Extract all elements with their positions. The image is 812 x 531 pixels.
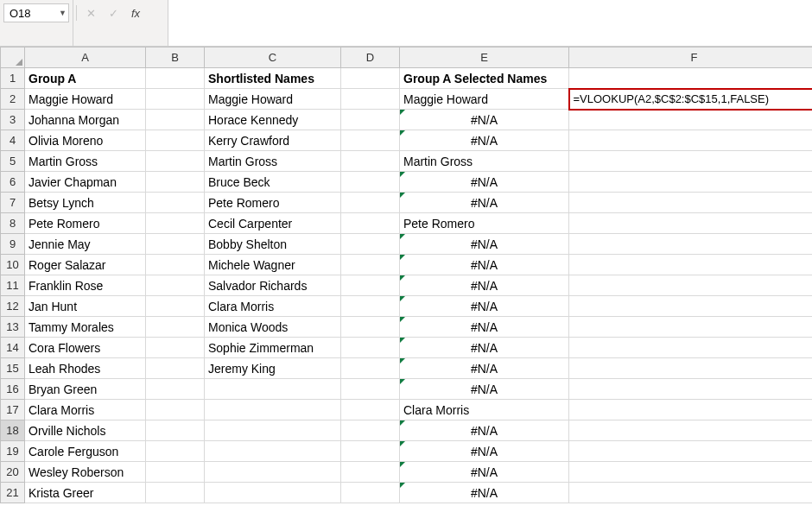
cell-D13[interactable] (341, 317, 400, 338)
cell-A11[interactable]: Franklin Rose (25, 275, 146, 296)
cell-A13[interactable]: Tammy Morales (25, 317, 146, 338)
cell-E6[interactable]: #N/A (400, 172, 569, 193)
cell-E17[interactable]: Clara Morris (400, 400, 569, 420)
col-header-E[interactable]: E (400, 47, 569, 68)
cell-D18[interactable] (341, 420, 400, 441)
cell-D17[interactable] (341, 400, 400, 420)
cell-B16[interactable] (146, 379, 205, 400)
cell-D9[interactable] (341, 234, 400, 255)
cell-B5[interactable] (146, 151, 205, 172)
cell-C12[interactable]: Clara Morris (205, 296, 341, 317)
cell-F21[interactable] (569, 483, 813, 503)
fx-icon[interactable]: fx (124, 3, 147, 22)
cell-B21[interactable] (146, 483, 205, 503)
cell-B3[interactable] (146, 110, 205, 130)
cell-D11[interactable] (341, 275, 400, 296)
cell-C15[interactable]: Jeremy King (205, 358, 341, 379)
row-header[interactable]: 17 (1, 400, 25, 420)
cell-E4[interactable]: #N/A (400, 130, 569, 151)
cell-B15[interactable] (146, 358, 205, 379)
cell-B11[interactable] (146, 275, 205, 296)
row-header[interactable]: 5 (1, 151, 25, 172)
cell-D7[interactable] (341, 193, 400, 213)
cell-A12[interactable]: Jan Hunt (25, 296, 146, 317)
cell-A2[interactable]: Maggie Howard (25, 89, 146, 110)
row-header[interactable]: 16 (1, 379, 25, 400)
cell-C16[interactable] (205, 379, 341, 400)
cell-E20[interactable]: #N/A (400, 462, 569, 483)
cell-E8[interactable]: Pete Romero (400, 213, 569, 234)
cell-D4[interactable] (341, 130, 400, 151)
cell-A9[interactable]: Jennie May (25, 234, 146, 255)
cell-F6[interactable] (569, 172, 813, 193)
cell-F18[interactable] (569, 420, 813, 441)
cell-E11[interactable]: #N/A (400, 275, 569, 296)
row-header[interactable]: 21 (1, 483, 25, 503)
row-header[interactable]: 14 (1, 338, 25, 358)
cell-D8[interactable] (341, 213, 400, 234)
row-header[interactable]: 18 (1, 420, 25, 441)
cell-C11[interactable]: Salvador Richards (205, 275, 341, 296)
cell-B19[interactable] (146, 441, 205, 462)
cell-A7[interactable]: Betsy Lynch (25, 193, 146, 213)
row-header[interactable]: 12 (1, 296, 25, 317)
cell-E16[interactable]: #N/A (400, 379, 569, 400)
row-header[interactable]: 8 (1, 213, 25, 234)
cell-E15[interactable]: #N/A (400, 358, 569, 379)
cell-A18[interactable]: Orville Nichols (25, 420, 146, 441)
cell-E12[interactable]: #N/A (400, 296, 569, 317)
cell-A19[interactable]: Carole Ferguson (25, 441, 146, 462)
row-header[interactable]: 7 (1, 193, 25, 213)
cell-D2[interactable] (341, 89, 400, 110)
cell-F20[interactable] (569, 462, 813, 483)
cell-A5[interactable]: Martin Gross (25, 151, 146, 172)
cell-F11[interactable] (569, 275, 813, 296)
cell-B10[interactable] (146, 255, 205, 275)
cell-F19[interactable] (569, 441, 813, 462)
cell-E21[interactable]: #N/A (400, 483, 569, 503)
cell-D3[interactable] (341, 110, 400, 130)
cell-F13[interactable] (569, 317, 813, 338)
cell-B4[interactable] (146, 130, 205, 151)
cell-C8[interactable]: Cecil Carpenter (205, 213, 341, 234)
cell-F7[interactable] (569, 193, 813, 213)
cell-A10[interactable]: Roger Salazar (25, 255, 146, 275)
cell-A4[interactable]: Olivia Moreno (25, 130, 146, 151)
cell-C7[interactable]: Pete Romero (205, 193, 341, 213)
cell-B13[interactable] (146, 317, 205, 338)
cell-C19[interactable] (205, 441, 341, 462)
cell-D16[interactable] (341, 379, 400, 400)
cell-E14[interactable]: #N/A (400, 338, 569, 358)
cell-F2[interactable]: =VLOOKUP(A2,$C$2:$C$15,1,FALSE) (569, 89, 813, 110)
cell-C5[interactable]: Martin Gross (205, 151, 341, 172)
cell-A6[interactable]: Javier Chapman (25, 172, 146, 193)
col-header-C[interactable]: C (205, 47, 341, 68)
row-header[interactable]: 2 (1, 89, 25, 110)
col-header-F[interactable]: F (569, 47, 813, 68)
cell-C13[interactable]: Monica Woods (205, 317, 341, 338)
cell-D10[interactable] (341, 255, 400, 275)
cell-F3[interactable] (569, 110, 813, 130)
cell-A17[interactable]: Clara Morris (25, 400, 146, 420)
row-header[interactable]: 20 (1, 462, 25, 483)
cell-C10[interactable]: Michele Wagner (205, 255, 341, 275)
cell-C3[interactable]: Horace Kennedy (205, 110, 341, 130)
cell-B17[interactable] (146, 400, 205, 420)
cell-A21[interactable]: Krista Greer (25, 483, 146, 503)
cell-C2[interactable]: Maggie Howard (205, 89, 341, 110)
row-header[interactable]: 10 (1, 255, 25, 275)
cell-F15[interactable] (569, 358, 813, 379)
cell-C1[interactable]: Shortlisted Names (205, 68, 341, 89)
cell-E19[interactable]: #N/A (400, 441, 569, 462)
cell-F9[interactable] (569, 234, 813, 255)
cell-C18[interactable] (205, 420, 341, 441)
row-header[interactable]: 6 (1, 172, 25, 193)
cell-A8[interactable]: Pete Romero (25, 213, 146, 234)
cell-B12[interactable] (146, 296, 205, 317)
cell-A3[interactable]: Johanna Morgan (25, 110, 146, 130)
cell-B7[interactable] (146, 193, 205, 213)
formula-input[interactable] (168, 0, 812, 46)
cell-D21[interactable] (341, 483, 400, 503)
cell-E10[interactable]: #N/A (400, 255, 569, 275)
cell-B2[interactable] (146, 89, 205, 110)
